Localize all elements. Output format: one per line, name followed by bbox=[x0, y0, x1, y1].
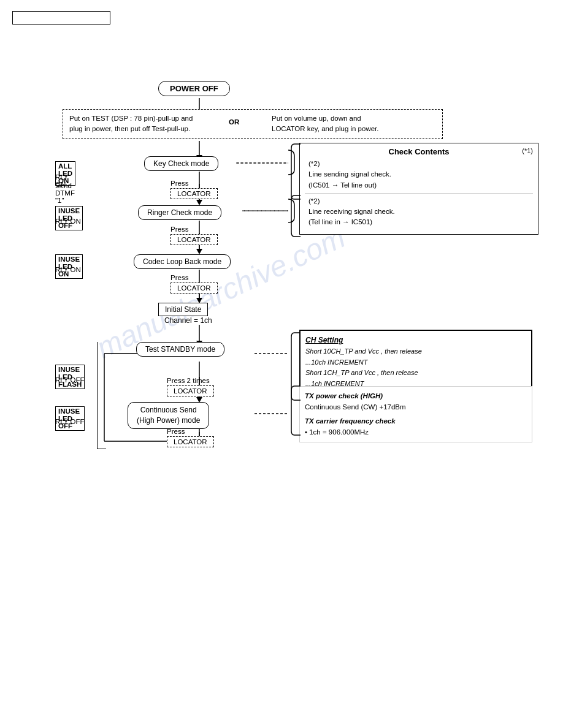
locator-label-5: LOCATOR bbox=[174, 438, 207, 446]
initial-state-label: Initial State bbox=[165, 305, 201, 314]
instruction-right: Put on volume up, down andLOCATOR key, a… bbox=[272, 113, 419, 135]
ringer-check-mode-box: Ringer Check mode bbox=[138, 205, 221, 220]
tx-body-2: • 1ch = 906.000MHz bbox=[305, 427, 527, 438]
locator-box-5: LOCATOR bbox=[167, 436, 214, 447]
locator-box-2: LOCATOR bbox=[170, 234, 218, 245]
locator-box-1: LOCATOR bbox=[170, 188, 218, 199]
press-label-2: Press bbox=[170, 226, 188, 233]
press-2x-label: Press 2 times bbox=[167, 377, 210, 384]
press-locator-5-area: Press LOCATOR bbox=[167, 428, 214, 439]
test-standby-label: Test STANDBY mode bbox=[145, 345, 215, 354]
press-locator-1-area: Press LOCATOR bbox=[170, 180, 218, 191]
locator-box-3: LOCATOR bbox=[170, 282, 218, 294]
press-locator-3-area: Press LOCATOR bbox=[170, 274, 218, 285]
key-check-label: Key Check mode bbox=[153, 159, 209, 168]
press-label-1: Press bbox=[170, 180, 188, 187]
tx-title-1: TX power check (HIGH) bbox=[305, 390, 527, 401]
locator-label-4: LOCATOR bbox=[174, 387, 207, 395]
rly-on-3: RLY ON bbox=[55, 266, 81, 273]
continuous-send-mode-box: Continuous Send(High Power) mode bbox=[128, 402, 209, 429]
test-standby-mode-box: Test STANDBY mode bbox=[136, 342, 224, 357]
press-label-3: Press bbox=[170, 274, 188, 281]
rly-on-2: RLY ON bbox=[55, 218, 81, 225]
codec-loop-mode-box: Codec Loop Back mode bbox=[134, 254, 231, 269]
power-off-box: POWER OFF bbox=[158, 81, 230, 96]
loop-border bbox=[97, 342, 106, 449]
instruction-box: Put on TEST (DSP : 78 pin)-pull-up andpl… bbox=[63, 109, 443, 139]
svg-marker-6 bbox=[196, 249, 202, 254]
instruction-left: Put on TEST (DSP : 78 pin)-pull-up andpl… bbox=[69, 113, 216, 135]
rly-off-2: RLY OFF bbox=[55, 418, 85, 425]
tx-title-2: TX carrier frequency check bbox=[305, 415, 527, 427]
ch-setting-title: CH Setting bbox=[305, 335, 526, 346]
top-bar bbox=[12, 11, 110, 25]
check-contents-note: (*1) bbox=[522, 147, 533, 154]
status-inuse-off-1: INUSE LED OFF RLY ON bbox=[55, 206, 81, 223]
status-inuse-on: INUSE LED ON RLY ON bbox=[55, 254, 81, 271]
channel-label: Channel = 1ch bbox=[164, 316, 212, 325]
check-item-2: (*2)Line receiving signal check.(Tel lin… bbox=[305, 193, 533, 230]
initial-state-sub: Channel = 1ch bbox=[164, 316, 212, 325]
status-inuse-off-2: INUSE LED OFF RLY OFF bbox=[55, 406, 85, 423]
locator-label-2: LOCATOR bbox=[177, 236, 211, 243]
press-locator-2-area: Press LOCATOR bbox=[170, 226, 218, 237]
locator-box-4: LOCATOR bbox=[167, 385, 214, 396]
codec-loop-label: Codec Loop Back mode bbox=[143, 257, 221, 266]
check-contents-title: Check Contents bbox=[305, 147, 533, 156]
ringer-check-label: Ringer Check mode bbox=[147, 208, 212, 217]
send-dtmf: Send DTMF "1" bbox=[55, 182, 75, 204]
power-off-label: POWER OFF bbox=[170, 84, 218, 93]
press-locator-2x-area: Press 2 times LOCATOR bbox=[167, 377, 214, 388]
status-inuse-flash: INUSE LED FLASH RLY OFF bbox=[55, 365, 85, 382]
locator-label-1: LOCATOR bbox=[177, 190, 211, 197]
page-container: manualsarchive.com bbox=[0, 0, 563, 728]
key-check-mode-box: Key Check mode bbox=[144, 156, 218, 171]
press-label-5: Press bbox=[167, 428, 185, 435]
check-item-1: (*2)Line sending signal check.(IC501 → T… bbox=[305, 156, 533, 193]
locator-label-3: LOCATOR bbox=[177, 284, 211, 292]
tx-check-box: TX power check (HIGH) Continuous Send (C… bbox=[299, 386, 532, 442]
check-contents-box: Check Contents (*1) (*2)Line sending sig… bbox=[299, 143, 538, 235]
initial-state-box: Initial State bbox=[158, 303, 208, 316]
rly-off-1: RLY OFF bbox=[55, 376, 85, 384]
svg-marker-4 bbox=[196, 200, 202, 205]
tx-body-1: Continuous Send (CW) +17dBm bbox=[305, 401, 527, 412]
or-label: OR bbox=[229, 117, 239, 127]
